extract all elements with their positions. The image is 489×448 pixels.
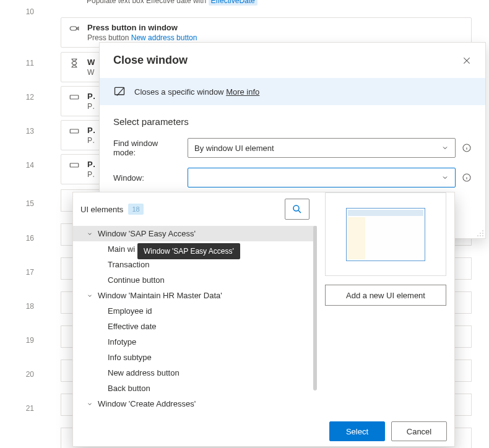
action-card-populate[interactable]: Pop Popu (61, 154, 103, 184)
tree-element-node[interactable]: New address button (73, 365, 317, 381)
tree-window-node[interactable]: Window 'SAP Easy Access' (73, 226, 317, 241)
window-select[interactable] (188, 168, 456, 187)
action-subtitle: Popu (87, 136, 95, 145)
tree-item-label: New address button (108, 368, 180, 377)
svg-point-13 (293, 205, 299, 211)
select-value: By window UI element (194, 144, 274, 153)
close-icon[interactable] (462, 56, 472, 66)
svg-rect-0 (70, 27, 77, 30)
line-number: 15 (26, 199, 34, 208)
tree-item-label: Window 'Maintain HR Master Data' (98, 291, 222, 300)
chevron-down-icon (85, 231, 94, 237)
chevron-down-icon (441, 144, 449, 152)
info-icon[interactable] (462, 143, 472, 153)
textbox-icon (69, 126, 80, 137)
action-title: Pop (87, 160, 95, 169)
param-label-window: Window: (113, 173, 181, 183)
tree-window-node[interactable]: Window 'Maintain HR Master Data' (73, 288, 317, 303)
svg-point-11 (480, 235, 481, 236)
svg-rect-2 (70, 129, 79, 133)
tree-element-node[interactable]: Info subtype (73, 350, 317, 365)
svg-point-8 (482, 233, 483, 234)
chevron-down-icon (85, 293, 94, 299)
action-subtitle: Popu (87, 102, 95, 111)
tree-element-node[interactable]: Continue button (73, 272, 317, 288)
svg-rect-1 (70, 95, 79, 99)
action-title: Pop (87, 92, 95, 101)
action-subtitle: Press button New address button (87, 33, 464, 42)
tree-item-label: Main wi (108, 244, 135, 254)
line-number: 12 (26, 93, 34, 101)
scrollbar[interactable] (313, 226, 317, 390)
ui-elements-popup: UI elements 18 Window 'SAP Easy Access'M… (72, 192, 455, 447)
line-number: 18 (26, 302, 34, 311)
action-subtitle: Popu (87, 170, 95, 179)
svg-point-9 (480, 233, 481, 234)
action-subtitle: Wait (87, 68, 95, 77)
ui-element-preview (325, 192, 446, 276)
line-number: 10 (26, 7, 34, 16)
line-number: 13 (26, 127, 34, 136)
press-button-icon (69, 23, 80, 34)
tree-item-label: Effective date (108, 322, 157, 331)
svg-rect-3 (70, 163, 79, 167)
tree-window-node[interactable]: Window 'Create Addresses' (73, 396, 317, 411)
ui-elements-count-badge: 18 (128, 204, 143, 215)
action-title: Wai (87, 58, 95, 67)
cancel-button[interactable]: Cancel (391, 421, 447, 441)
tree-item-label: Street (108, 415, 129, 416)
action-subtitle: Populate text box Effective date with Ef… (87, 0, 257, 5)
tree-element-node[interactable]: Infotype (73, 334, 317, 350)
action-card-populate[interactable]: Pop Popu (61, 86, 103, 116)
line-number: 20 (26, 370, 34, 379)
tree-item-label: Back button (108, 384, 150, 393)
hourglass-icon (69, 58, 80, 69)
textbox-icon (69, 92, 80, 103)
ui-elements-heading: UI elements (80, 205, 123, 214)
line-number: 14 (26, 161, 34, 170)
tree-item-tooltip: Window 'SAP Easy Access' (137, 243, 240, 259)
dialog-info-text: Closes a specific window (134, 87, 226, 97)
action-card-wait[interactable]: Wai Wait (61, 52, 103, 82)
resize-grip-icon[interactable] (477, 230, 484, 237)
window-close-icon (113, 85, 126, 98)
more-info-link[interactable]: More info (226, 87, 259, 97)
chevron-down-icon (441, 174, 449, 181)
tree-item-label: Infotype (108, 337, 136, 347)
tree-item-label: Window 'Create Addresses' (98, 399, 196, 408)
tree-element-node[interactable]: Effective date (73, 319, 317, 334)
search-icon (292, 204, 303, 215)
tree-item-label: Transaction (108, 260, 149, 269)
svg-point-12 (477, 235, 478, 236)
line-number: 19 (26, 336, 34, 345)
info-icon[interactable] (462, 173, 472, 183)
param-label-mode: Find window mode: (113, 139, 181, 157)
tree-item-label: Employee id (108, 306, 152, 316)
tree-element-node[interactable]: Employee id (73, 303, 317, 319)
find-window-mode-select[interactable]: By window UI element (188, 138, 456, 158)
line-number: 16 (26, 234, 34, 243)
tree-element-node[interactable]: Street (73, 411, 317, 416)
action-title: Press button in window (87, 23, 464, 32)
action-title: Pop (87, 126, 95, 135)
preview-thumbnail (346, 208, 425, 261)
textbox-icon (69, 160, 80, 171)
tree-item-label: Window 'SAP Easy Access' (98, 229, 196, 238)
search-button[interactable] (285, 199, 309, 220)
svg-point-10 (482, 235, 483, 236)
tree-element-node[interactable]: Back button (73, 381, 317, 396)
select-button[interactable]: Select (329, 421, 385, 441)
chevron-down-icon (85, 401, 94, 407)
parameters-heading: Select parameters (113, 116, 472, 127)
tree-item-label: Info subtype (108, 353, 152, 362)
dialog-title: Close window (113, 54, 188, 67)
line-number: 21 (26, 404, 34, 413)
tree-item-label: Continue button (108, 275, 165, 285)
line-number: 17 (26, 268, 34, 277)
add-ui-element-button[interactable]: Add a new UI element (325, 285, 446, 306)
line-number: 11 (26, 59, 34, 67)
dialog-info-banner: Closes a specific window More info (100, 78, 485, 105)
action-card-populate[interactable]: Pop Popu (61, 120, 103, 150)
svg-point-7 (482, 230, 483, 231)
